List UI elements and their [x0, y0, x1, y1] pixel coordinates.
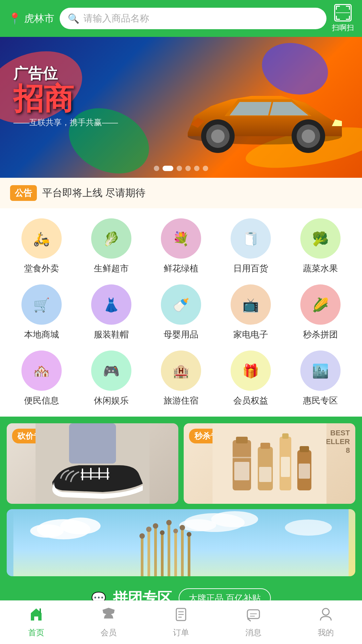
- cat-label-entertainment: 休闲娱乐: [94, 395, 129, 407]
- cat-label-travel: 旅游住宿: [164, 395, 198, 407]
- svg-point-73: [211, 511, 258, 527]
- cat-icon-local-mall: 🛒: [21, 284, 62, 325]
- category-baby[interactable]: 🍼 母婴用品: [146, 284, 216, 340]
- svg-rect-3: [349, 6, 350, 10]
- svg-rect-66: [281, 457, 290, 477]
- promo-card-wide[interactable]: [7, 509, 355, 576]
- svg-rect-78: [154, 526, 157, 576]
- category-clothing[interactable]: 👗 服装鞋帽: [76, 284, 146, 340]
- category-entertainment[interactable]: 🎮 休闲娱乐: [76, 351, 146, 407]
- notice-bar: 公告 平台即将上线 尽请期待: [0, 178, 362, 208]
- nav-member-label: 会员: [101, 627, 117, 638]
- cat-label-clothing: 服装鞋帽: [94, 329, 129, 340]
- svg-rect-7: [349, 16, 350, 20]
- category-flash-sale[interactable]: 🌽 秒杀拼团: [286, 284, 355, 340]
- svg-text:🥬: 🥬: [103, 231, 120, 247]
- scan-icon: [334, 4, 352, 21]
- cat-label-fresh-market: 生鲜超市: [94, 263, 129, 274]
- svg-text:🎮: 🎮: [103, 363, 120, 379]
- svg-rect-59: [260, 443, 270, 449]
- svg-text:📺: 📺: [242, 297, 259, 313]
- svg-rect-93: [40, 608, 41, 613]
- promo-top-grid: 砍价专区: [7, 423, 355, 504]
- cat-icon-baby: 🍼: [161, 284, 201, 325]
- svg-rect-64: [234, 462, 249, 480]
- promo-card-beauty[interactable]: 秒杀专区 BESTSELLER8: [184, 423, 355, 504]
- banner-dots: [154, 166, 208, 171]
- svg-point-71: [30, 524, 64, 538]
- nav-member-icon: [101, 607, 116, 625]
- category-vip[interactable]: 🎁 会员权益: [216, 351, 286, 407]
- svg-rect-8: [336, 12, 350, 13]
- svg-rect-1: [336, 6, 337, 10]
- scan-button[interactable]: 扫啊扫: [332, 4, 354, 33]
- svg-rect-79: [161, 533, 164, 576]
- nav-member[interactable]: 会员: [72, 604, 145, 641]
- shoe-illustration: [7, 423, 178, 504]
- nav-profile[interactable]: 我的: [290, 604, 362, 641]
- svg-rect-61: [282, 433, 289, 439]
- cat-icon-food-delivery: 🛵: [21, 218, 62, 259]
- svg-rect-76: [141, 536, 143, 576]
- category-electronics[interactable]: 📺 家电电子: [216, 284, 286, 340]
- cat-icon-vegetables: 🥦: [300, 218, 341, 259]
- svg-text:🧻: 🧻: [242, 231, 259, 247]
- svg-rect-65: [259, 467, 272, 482]
- cat-icon-entertainment: 🎮: [91, 351, 131, 391]
- search-bar[interactable]: 🔍 请输入商品名称: [60, 8, 326, 29]
- cat-icon-daily-goods: 🧻: [231, 218, 271, 259]
- notice-tag: 公告: [10, 185, 37, 201]
- nav-home-label: 首页: [28, 627, 44, 638]
- category-fresh-market[interactable]: 🥬 生鲜超市: [76, 218, 146, 274]
- cat-icon-electronics: 📺: [231, 284, 271, 325]
- beauty-illustration: [184, 423, 355, 504]
- svg-text:🏘️: 🏘️: [33, 363, 50, 379]
- dot-4[interactable]: [185, 166, 191, 171]
- cat-label-community: 便民信息: [24, 395, 59, 407]
- category-community[interactable]: 🏘️ 便民信息: [7, 351, 76, 407]
- promo-card-shoes[interactable]: 砍价专区: [7, 423, 178, 504]
- svg-rect-47: [69, 423, 116, 464]
- category-flowers[interactable]: 💐 鲜花绿植: [146, 218, 216, 274]
- cat-icon-travel: 🏨: [161, 351, 201, 391]
- nav-profile-label: 我的: [318, 627, 334, 638]
- dot-3[interactable]: [177, 166, 182, 171]
- svg-point-91: [187, 532, 191, 537]
- nav-home[interactable]: 首页: [0, 604, 72, 641]
- svg-text:🛒: 🛒: [33, 297, 50, 313]
- cat-label-food-delivery: 堂食外卖: [24, 263, 59, 274]
- location-icon: 📍: [8, 12, 21, 25]
- cat-icon-benefits: 🏙️: [300, 351, 341, 391]
- nav-orders-label: 订单: [173, 627, 189, 638]
- nav-messages[interactable]: 消息: [217, 604, 290, 641]
- category-food-delivery[interactable]: 🛵 堂食外卖: [7, 218, 76, 274]
- dot-5[interactable]: [194, 166, 199, 171]
- cat-label-local-mall: 本地商城: [24, 329, 59, 340]
- svg-rect-56: [236, 437, 248, 443]
- dot-2[interactable]: [163, 166, 173, 171]
- dot-1[interactable]: [154, 166, 159, 171]
- nav-orders[interactable]: 订单: [145, 604, 217, 641]
- svg-point-70: [60, 518, 101, 534]
- nav-messages-icon: [246, 607, 261, 625]
- cat-icon-vip: 🎁: [231, 351, 271, 391]
- svg-rect-81: [174, 531, 177, 576]
- search-icon: 🔍: [68, 13, 79, 24]
- nav-orders-icon: [174, 607, 188, 625]
- location-area[interactable]: 📍 虎林市: [8, 12, 54, 25]
- cat-label-baby: 母婴用品: [164, 329, 198, 340]
- category-travel[interactable]: 🏨 旅游住宿: [146, 351, 216, 407]
- category-benefits[interactable]: 🏙️ 惠民专区: [286, 351, 355, 407]
- svg-text:🥦: 🥦: [312, 231, 329, 247]
- cat-label-flash-sale: 秒杀拼团: [303, 329, 338, 340]
- category-local-mall[interactable]: 🛒 本地商城: [7, 284, 76, 340]
- banner-car: [178, 66, 352, 161]
- category-daily-goods[interactable]: 🧻 日用百货: [216, 218, 286, 274]
- svg-point-87: [160, 530, 165, 535]
- svg-rect-57: [233, 457, 251, 458]
- svg-rect-83: [188, 534, 190, 576]
- cat-icon-community: 🏘️: [21, 351, 62, 391]
- svg-text:🎁: 🎁: [242, 363, 259, 379]
- category-vegetables[interactable]: 🥦 蔬菜水果: [286, 218, 355, 274]
- dot-6[interactable]: [203, 166, 208, 171]
